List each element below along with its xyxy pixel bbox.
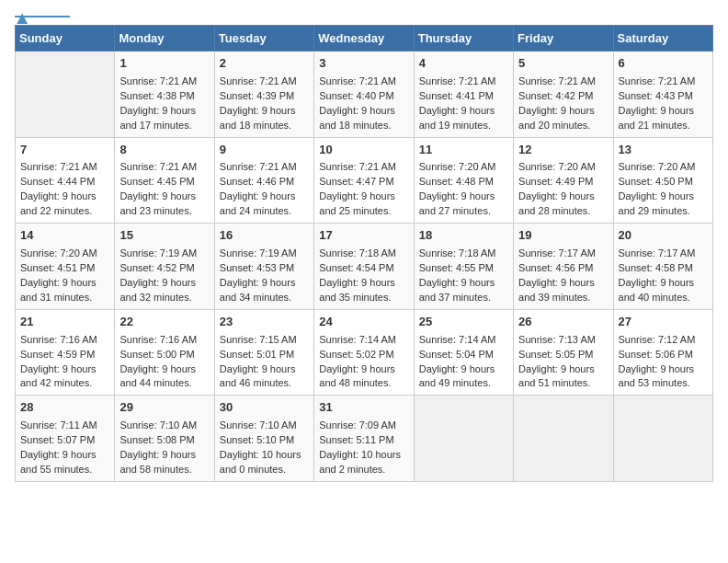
day-number: 12 bbox=[518, 142, 608, 159]
sunrise-label: Sunrise: 7:21 AM bbox=[119, 161, 197, 172]
day-number: 19 bbox=[518, 227, 608, 245]
daylight-label: Daylight: 10 hours and 2 minutes. bbox=[319, 449, 401, 475]
sunrise-label: Sunrise: 7:16 AM bbox=[119, 334, 197, 345]
sunset-label: Sunset: 5:06 PM bbox=[619, 349, 693, 360]
sunset-label: Sunset: 4:49 PM bbox=[518, 176, 593, 187]
sunset-label: Sunset: 4:51 PM bbox=[20, 262, 95, 273]
sunrise-label: Sunrise: 7:20 AM bbox=[20, 247, 97, 259]
calendar-cell: 4 Sunrise: 7:21 AM Sunset: 4:41 PM Dayli… bbox=[414, 52, 513, 138]
sunset-label: Sunset: 4:47 PM bbox=[319, 176, 393, 187]
daylight-label: Daylight: 9 hours and 24 minutes. bbox=[220, 190, 296, 216]
daylight-label: Daylight: 9 hours and 20 minutes. bbox=[518, 105, 595, 131]
weekday-header-row: SundayMondayTuesdayWednesdayThursdayFrid… bbox=[16, 26, 713, 52]
daylight-label: Daylight: 9 hours and 39 minutes. bbox=[518, 277, 595, 303]
daylight-label: Daylight: 9 hours and 40 minutes. bbox=[619, 277, 695, 303]
sunrise-label: Sunrise: 7:16 AM bbox=[20, 334, 97, 345]
calendar-cell: 12 Sunrise: 7:20 AM Sunset: 4:49 PM Dayl… bbox=[514, 137, 613, 224]
day-number: 23 bbox=[220, 314, 309, 331]
sunset-label: Sunset: 4:46 PM bbox=[220, 176, 294, 187]
sunset-label: Sunset: 4:40 PM bbox=[319, 90, 393, 101]
calendar-week-row: 21 Sunrise: 7:16 AM Sunset: 4:59 PM Dayl… bbox=[16, 309, 713, 396]
calendar-cell: 31 Sunrise: 7:09 AM Sunset: 5:11 PM Dayl… bbox=[314, 396, 414, 482]
sunset-label: Sunset: 5:04 PM bbox=[419, 349, 494, 360]
day-number: 31 bbox=[319, 399, 408, 417]
daylight-label: Daylight: 9 hours and 55 minutes. bbox=[20, 449, 97, 475]
daylight-label: Daylight: 9 hours and 46 minutes. bbox=[220, 363, 296, 389]
sunset-label: Sunset: 5:02 PM bbox=[319, 349, 393, 360]
sunset-label: Sunset: 5:08 PM bbox=[119, 434, 194, 445]
calendar-cell: 11 Sunrise: 7:20 AM Sunset: 4:48 PM Dayl… bbox=[414, 137, 513, 224]
sunset-label: Sunset: 4:41 PM bbox=[419, 90, 494, 101]
sunrise-label: Sunrise: 7:11 AM bbox=[20, 419, 97, 431]
calendar-cell: 24 Sunrise: 7:14 AM Sunset: 5:02 PM Dayl… bbox=[314, 309, 414, 396]
sunrise-label: Sunrise: 7:09 AM bbox=[319, 419, 396, 431]
sunrise-label: Sunrise: 7:20 AM bbox=[518, 161, 596, 172]
sunset-label: Sunset: 4:43 PM bbox=[619, 90, 693, 101]
logo-bird-icon: ▲ bbox=[13, 7, 31, 29]
calendar-table: SundayMondayTuesdayWednesdayThursdayFrid… bbox=[15, 25, 713, 482]
day-number: 21 bbox=[20, 314, 109, 331]
daylight-label: Daylight: 9 hours and 19 minutes. bbox=[419, 105, 495, 131]
calendar-cell: 20 Sunrise: 7:17 AM Sunset: 4:58 PM Dayl… bbox=[613, 224, 712, 310]
daylight-label: Daylight: 10 hours and 0 minutes. bbox=[220, 449, 301, 475]
calendar-cell bbox=[414, 396, 513, 482]
daylight-label: Daylight: 9 hours and 37 minutes. bbox=[419, 277, 495, 303]
day-number: 8 bbox=[119, 142, 209, 159]
calendar-week-row: 1 Sunrise: 7:21 AM Sunset: 4:38 PM Dayli… bbox=[16, 52, 713, 138]
weekday-header: Friday bbox=[514, 26, 613, 52]
sunset-label: Sunset: 4:59 PM bbox=[20, 349, 95, 360]
day-number: 6 bbox=[619, 55, 708, 73]
sunset-label: Sunset: 4:42 PM bbox=[518, 90, 593, 101]
daylight-label: Daylight: 9 hours and 35 minutes. bbox=[319, 277, 395, 303]
daylight-label: Daylight: 9 hours and 53 minutes. bbox=[619, 363, 695, 389]
calendar-cell: 14 Sunrise: 7:20 AM Sunset: 4:51 PM Dayl… bbox=[16, 224, 115, 310]
calendar-cell: 25 Sunrise: 7:14 AM Sunset: 5:04 PM Dayl… bbox=[414, 309, 513, 396]
sunset-label: Sunset: 4:55 PM bbox=[419, 262, 494, 273]
daylight-label: Daylight: 9 hours and 51 minutes. bbox=[518, 363, 595, 389]
sunset-label: Sunset: 4:52 PM bbox=[119, 262, 194, 273]
weekday-header: Monday bbox=[115, 26, 214, 52]
sunrise-label: Sunrise: 7:14 AM bbox=[419, 334, 496, 345]
day-number: 18 bbox=[419, 227, 508, 245]
sunrise-label: Sunrise: 7:14 AM bbox=[319, 334, 396, 345]
day-number: 25 bbox=[419, 314, 508, 331]
calendar-cell: 22 Sunrise: 7:16 AM Sunset: 5:00 PM Dayl… bbox=[115, 309, 214, 396]
sunrise-label: Sunrise: 7:18 AM bbox=[419, 247, 496, 259]
daylight-label: Daylight: 9 hours and 21 minutes. bbox=[619, 105, 695, 131]
sunrise-label: Sunrise: 7:15 AM bbox=[220, 334, 297, 345]
calendar-cell: 16 Sunrise: 7:19 AM Sunset: 4:53 PM Dayl… bbox=[214, 224, 313, 310]
day-number: 30 bbox=[220, 399, 309, 417]
sunset-label: Sunset: 4:39 PM bbox=[220, 90, 294, 101]
weekday-header: Saturday bbox=[613, 26, 712, 52]
header: ▲ bbox=[15, 15, 713, 17]
sunrise-label: Sunrise: 7:21 AM bbox=[220, 75, 297, 86]
sunrise-label: Sunrise: 7:20 AM bbox=[619, 161, 696, 172]
sunrise-label: Sunrise: 7:10 AM bbox=[119, 419, 197, 431]
sunset-label: Sunset: 4:53 PM bbox=[220, 262, 294, 273]
daylight-label: Daylight: 9 hours and 22 minutes. bbox=[20, 190, 97, 216]
weekday-header: Wednesday bbox=[314, 26, 414, 52]
daylight-label: Daylight: 9 hours and 32 minutes. bbox=[119, 277, 196, 303]
sunrise-label: Sunrise: 7:21 AM bbox=[220, 161, 297, 172]
sunset-label: Sunset: 5:10 PM bbox=[220, 434, 294, 445]
calendar-cell: 15 Sunrise: 7:19 AM Sunset: 4:52 PM Dayl… bbox=[115, 224, 214, 310]
day-number: 9 bbox=[220, 142, 309, 159]
weekday-header: Thursday bbox=[414, 26, 513, 52]
daylight-label: Daylight: 9 hours and 58 minutes. bbox=[119, 449, 196, 475]
sunrise-label: Sunrise: 7:21 AM bbox=[119, 75, 197, 86]
daylight-label: Daylight: 9 hours and 27 minutes. bbox=[419, 190, 495, 216]
sunset-label: Sunset: 4:56 PM bbox=[518, 262, 593, 273]
sunrise-label: Sunrise: 7:12 AM bbox=[619, 334, 696, 345]
sunrise-label: Sunrise: 7:13 AM bbox=[518, 334, 596, 345]
daylight-label: Daylight: 9 hours and 44 minutes. bbox=[119, 363, 196, 389]
sunrise-label: Sunrise: 7:20 AM bbox=[419, 161, 496, 172]
daylight-label: Daylight: 9 hours and 23 minutes. bbox=[119, 190, 196, 216]
day-number: 5 bbox=[518, 55, 608, 73]
sunset-label: Sunset: 5:00 PM bbox=[119, 349, 194, 360]
day-number: 22 bbox=[119, 314, 209, 331]
calendar-cell: 30 Sunrise: 7:10 AM Sunset: 5:10 PM Dayl… bbox=[214, 396, 313, 482]
weekday-header: Tuesday bbox=[214, 26, 313, 52]
calendar-cell: 18 Sunrise: 7:18 AM Sunset: 4:55 PM Dayl… bbox=[414, 224, 513, 310]
daylight-label: Daylight: 9 hours and 25 minutes. bbox=[319, 190, 395, 216]
sunrise-label: Sunrise: 7:21 AM bbox=[20, 161, 97, 172]
